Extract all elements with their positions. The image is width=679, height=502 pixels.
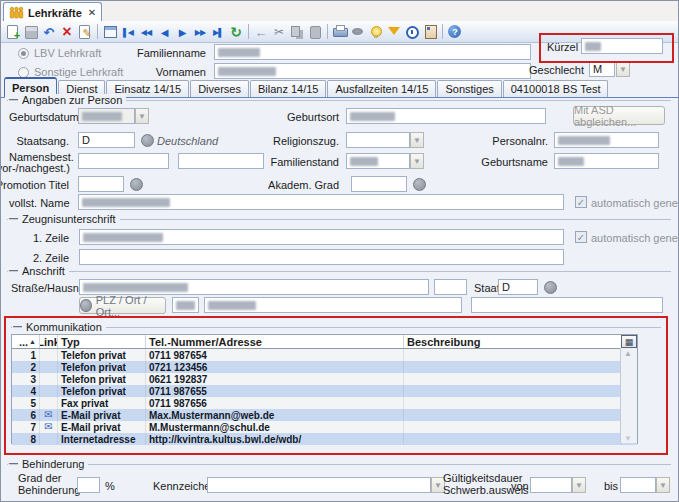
filter-icon[interactable] xyxy=(385,23,403,40)
plz-ort-button[interactable]: PLZ / Ort / Ort... xyxy=(79,297,166,314)
first-record-icon[interactable] xyxy=(119,23,137,40)
zeugnis-auto-label: automatisch generieren xyxy=(591,232,679,244)
copy-icon[interactable] xyxy=(288,23,306,40)
akadem-grad-input[interactable] xyxy=(351,176,407,192)
familienname-input[interactable] xyxy=(214,44,531,60)
fast-forward-icon[interactable] xyxy=(191,23,209,40)
column-chooser-button[interactable] xyxy=(621,335,637,348)
tab-diverses[interactable]: Diverses xyxy=(190,80,249,97)
close-tab-icon[interactable]: ✕ xyxy=(88,7,96,18)
promotion-titel-input[interactable] xyxy=(78,176,124,192)
scroll-down-icon[interactable]: ▼ xyxy=(624,434,632,443)
personalnr-input[interactable] xyxy=(554,132,659,148)
rewind-icon[interactable] xyxy=(137,23,155,40)
von-input[interactable] xyxy=(530,477,572,493)
bis-input[interactable] xyxy=(620,477,656,493)
delete-icon[interactable] xyxy=(58,23,76,40)
table-row[interactable]: 1 Telefon privat0711 987654 xyxy=(12,349,637,361)
next-record-icon[interactable] xyxy=(173,23,191,40)
mit-asd-abgleichen-button[interactable]: Mit ASD abgleichen... xyxy=(573,106,665,125)
table-row[interactable]: 4 Telefon privat0711 987655 xyxy=(12,385,637,397)
religionszug-dropdown-arrow[interactable]: ▼ xyxy=(410,132,424,148)
redacted-value xyxy=(82,112,122,121)
staatsang-input[interactable]: D xyxy=(78,132,135,148)
duplicate-record-icon[interactable] xyxy=(101,23,119,40)
staatsang-lookup-icon[interactable] xyxy=(141,134,154,147)
edit-record-icon[interactable] xyxy=(76,23,94,40)
staat-lookup-icon[interactable] xyxy=(544,281,557,294)
help-icon[interactable] xyxy=(446,23,464,40)
export-icon[interactable] xyxy=(349,23,367,40)
ortsteil-input[interactable] xyxy=(471,297,663,313)
redacted-value xyxy=(208,301,256,310)
vollst-name-input[interactable] xyxy=(78,194,564,210)
grad-input[interactable] xyxy=(77,477,100,493)
table-row[interactable]: 5 Fax privat0711 987656 xyxy=(12,397,637,409)
print-icon[interactable] xyxy=(331,23,349,40)
vollst-name-auto-checkbox[interactable]: ✓ xyxy=(575,196,587,208)
table-row[interactable]: 7✉ E-Mail privatM.Mustermann@schul.de xyxy=(12,421,637,433)
kennzeichen-input[interactable] xyxy=(207,477,431,493)
contact-card-icon[interactable] xyxy=(421,23,439,40)
last-record-icon[interactable] xyxy=(209,23,227,40)
table-row[interactable]: 6✉ E-Mail privatMax.Mustermann@web.de xyxy=(12,409,637,421)
column-header-adresse[interactable]: Tel.-Nummer/Adresse xyxy=(146,335,404,348)
grad-label-1: Grad der xyxy=(18,472,61,484)
previous-record-icon[interactable] xyxy=(155,23,173,40)
table-row[interactable]: 3 Telefon privat0621 192837 xyxy=(12,373,637,385)
column-header-nr[interactable]: ...▲ xyxy=(12,335,40,348)
tab-bs-test[interactable]: 04100018 BS Test xyxy=(503,80,609,97)
document-tab-bar: Lehrkräfte ✕ xyxy=(1,1,679,22)
email-link-icon[interactable]: ✉ xyxy=(44,410,52,420)
geschlecht-dropdown-arrow[interactable]: ▼ xyxy=(616,61,630,77)
column-header-beschreibung[interactable]: Beschreibung xyxy=(404,335,622,348)
table-scrollbar[interactable]: ▲ ▼ xyxy=(620,348,637,443)
navigate-back-icon[interactable] xyxy=(252,23,270,40)
promotion-lookup-icon[interactable] xyxy=(130,178,143,191)
vollst-name-auto-label: automatisch generieren xyxy=(591,197,679,209)
column-header-typ[interactable]: Typ xyxy=(58,335,146,348)
namensbest-vor-input[interactable] xyxy=(78,153,169,169)
familienstand-input[interactable] xyxy=(346,153,410,169)
refresh-icon[interactable] xyxy=(227,23,245,40)
paste-icon[interactable] xyxy=(306,23,324,40)
von-dropdown-arrow[interactable]: ▼ xyxy=(572,477,586,493)
religionszug-input[interactable] xyxy=(346,132,410,148)
zeugnis-auto-checkbox[interactable]: ✓ xyxy=(575,231,587,243)
promotion-titel-label: Promotion Titel xyxy=(0,179,69,191)
column-header-link[interactable]: Link xyxy=(40,335,58,348)
ort-input[interactable] xyxy=(204,297,462,313)
tab-ausfallzeiten[interactable]: Ausfallzeiten 14/15 xyxy=(327,80,436,97)
bis-dropdown-arrow[interactable]: ▼ xyxy=(656,477,670,493)
tab-bilanz[interactable]: Bilanz 14/15 xyxy=(250,80,327,97)
geburtsname-input[interactable] xyxy=(554,153,659,169)
familienstand-dropdown-arrow[interactable]: ▼ xyxy=(410,153,424,169)
hausnr-zusatz-input[interactable] xyxy=(434,279,467,295)
radio-lbv-lehrkraft[interactable] xyxy=(18,48,29,59)
reminder-icon[interactable] xyxy=(403,23,421,40)
geburtsdatum-input[interactable] xyxy=(78,108,135,124)
undo-icon[interactable] xyxy=(40,23,58,40)
plz-lookup-icon xyxy=(80,299,92,312)
save-icon[interactable] xyxy=(22,23,40,40)
zeile1-input[interactable] xyxy=(79,229,564,245)
staat-input[interactable]: D xyxy=(498,279,538,295)
hint-icon[interactable] xyxy=(367,23,385,40)
redacted-value xyxy=(82,198,170,207)
geburtsdatum-dropdown-arrow[interactable]: ▼ xyxy=(135,108,149,124)
table-row[interactable]: 8 Internetadressehttp://kvintra.kultus.b… xyxy=(12,433,637,445)
vornamen-input[interactable] xyxy=(214,63,531,79)
zeile2-input[interactable] xyxy=(79,249,564,265)
new-record-icon[interactable] xyxy=(4,23,22,40)
tab-sonstiges[interactable]: Sonstiges xyxy=(437,80,501,97)
document-tab-lehrkraefte[interactable]: Lehrkräfte ✕ xyxy=(3,2,102,22)
kuerzel-input[interactable] xyxy=(581,38,663,54)
akadem-grad-lookup-icon[interactable] xyxy=(413,178,426,191)
table-row[interactable]: 2 Telefon privat0721 123456 xyxy=(12,361,637,373)
plz-input[interactable] xyxy=(172,297,199,313)
geschlecht-input[interactable]: M xyxy=(589,61,615,77)
scroll-up-icon[interactable]: ▲ xyxy=(624,349,632,358)
cut-icon[interactable] xyxy=(270,23,288,40)
geburtsort-input[interactable] xyxy=(346,108,546,124)
email-link-icon[interactable]: ✉ xyxy=(44,422,52,432)
